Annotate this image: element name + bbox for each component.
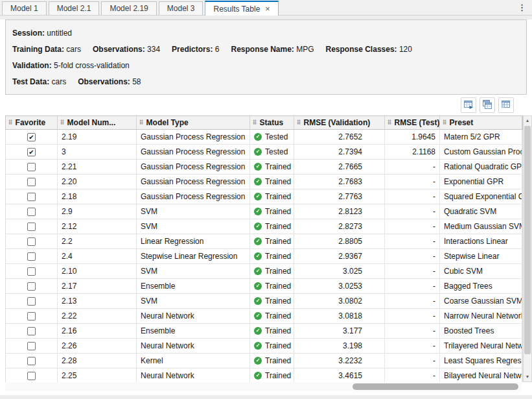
vertical-scrollbar[interactable]: ▲ ▼: [523, 115, 532, 382]
table-row[interactable]: ✔2.19Gaussian Process Regression✓Tested2…: [6, 130, 522, 145]
favorite-checkbox[interactable]: [27, 312, 36, 320]
status-label: Trained: [265, 162, 291, 171]
status-check-icon: ✓: [254, 178, 262, 186]
column-grip-icon[interactable]: ⠿: [8, 119, 13, 126]
tab-model-2-19[interactable]: Model 2.19: [101, 1, 156, 15]
favorite-checkbox[interactable]: [27, 237, 36, 246]
favorite-checkbox[interactable]: [27, 357, 36, 365]
column-grip-icon[interactable]: ⠿: [139, 119, 144, 126]
session-field-observations: Observations: 58: [78, 77, 141, 86]
status-check-icon: ✓: [254, 252, 262, 260]
table-row[interactable]: 2.13SVM✓Trained3.0802-Coarse Gaussian SV…: [6, 294, 522, 309]
model-type-text: Ensemble: [141, 326, 175, 335]
column-header-favorite[interactable]: ⠿Favorite: [6, 116, 58, 129]
column-grip-icon[interactable]: ⠿: [297, 119, 301, 126]
rmse-validation-value: 2.8273: [338, 222, 362, 231]
cell-preset: Coarse Gaussian SVM: [440, 294, 522, 308]
status-check-icon: ✓: [254, 223, 262, 230]
column-grip-icon[interactable]: ⠿: [60, 119, 65, 126]
column-header-rmse-test[interactable]: ⠿RMSE (Test): [385, 116, 440, 129]
export-table-button[interactable]: [461, 97, 476, 113]
cell-model-type: Linear Regression: [137, 234, 250, 248]
favorite-checkbox[interactable]: [27, 223, 36, 231]
favorite-checkbox[interactable]: [27, 178, 36, 186]
scroll-down-icon[interactable]: ▼: [524, 372, 531, 381]
horizontal-scrollbar-thumb[interactable]: [353, 383, 518, 390]
table-row[interactable]: 2.26Neural Network✓Trained3.198-Trilayer…: [6, 339, 522, 354]
cell-status: ✓Trained: [250, 354, 294, 368]
status-label: Trained: [265, 356, 291, 365]
rmse-test-value: -: [433, 252, 435, 261]
tab-model-3[interactable]: Model 3: [159, 1, 203, 15]
status-label: Trained: [265, 252, 291, 261]
tab-results-table[interactable]: Results Table×: [205, 1, 278, 16]
cell-model-number: 2.28: [58, 354, 137, 368]
session-line: Test Data: carsObservations: 58: [12, 74, 520, 90]
favorite-checkbox[interactable]: [27, 267, 36, 276]
favorite-checkbox[interactable]: ✔: [27, 148, 36, 156]
favorite-checkbox[interactable]: [27, 163, 36, 171]
table-row[interactable]: 2.28Kernel✓Trained3.2232-Least Squares R…: [6, 354, 522, 369]
table-row[interactable]: 2.20Gaussian Process Regression✓Trained2…: [6, 175, 522, 189]
preset-text: Narrow Neural Network: [444, 311, 522, 320]
column-grip-icon[interactable]: ⠿: [387, 119, 392, 126]
table-row[interactable]: 2.22Neural Network✓Trained3.0818-Narrow …: [6, 309, 522, 324]
table-row[interactable]: 2.10SVM✓Trained3.025-Cubic SVM: [6, 264, 522, 279]
cell-rmse-test: -: [385, 309, 440, 323]
favorite-checkbox[interactable]: [27, 327, 36, 335]
favorite-checkbox[interactable]: [27, 297, 36, 306]
column-header-model-type[interactable]: ⠿Model Type: [137, 116, 250, 129]
rmse-test-value: -: [433, 267, 435, 276]
horizontal-scrollbar[interactable]: [5, 382, 522, 391]
session-field-validation: Validation: 5-fold cross-validation: [12, 61, 130, 70]
column-header-preset[interactable]: ⠿Preset: [440, 116, 522, 129]
model-type-text: Ensemble: [141, 282, 175, 291]
open-table-button[interactable]: [498, 97, 514, 113]
favorite-checkbox[interactable]: [27, 372, 36, 380]
scroll-up-icon[interactable]: ▲: [524, 116, 531, 125]
status-check-icon: ✓: [254, 148, 262, 156]
favorite-checkbox[interactable]: [27, 282, 36, 291]
favorite-checkbox[interactable]: [27, 342, 36, 350]
table-row[interactable]: 2.9SVM✓Trained2.8123-Quadratic SVM: [6, 204, 522, 219]
column-grip-icon[interactable]: ⠿: [253, 119, 257, 126]
cell-rmse-test: -: [385, 160, 440, 174]
cell-model-number: 2.16: [58, 324, 137, 338]
column-grip-icon[interactable]: ⠿: [443, 119, 447, 126]
field-value: MPG: [294, 45, 314, 54]
table-row[interactable]: 2.2Linear Regression✓Trained2.8805-Inter…: [6, 234, 522, 249]
model-type-text: Neural Network: [141, 311, 194, 320]
column-header-rmse-validation[interactable]: ⠿RMSE (Validation): [294, 116, 385, 129]
table-row[interactable]: 2.16Ensemble✓Trained3.177-Boosted Trees: [6, 324, 522, 339]
table-row[interactable]: 2.17Ensemble✓Trained3.0253-Bagged Trees: [6, 279, 522, 294]
column-header-status[interactable]: ⠿Status: [250, 116, 294, 129]
table-row[interactable]: 2.21Gaussian Process Regression✓Trained2…: [6, 160, 522, 175]
status-label: Trained: [265, 207, 291, 216]
cell-favorite: [6, 249, 58, 263]
close-icon[interactable]: ×: [265, 5, 270, 13]
tab-model-1[interactable]: Model 1: [2, 1, 47, 15]
field-label: Session:: [12, 29, 45, 38]
table-row[interactable]: 2.4Stepwise Linear Regression✓Trained2.9…: [6, 249, 522, 264]
favorite-checkbox[interactable]: ✔: [27, 133, 36, 141]
column-header-model-number[interactable]: ⠿Model Num...: [58, 116, 137, 129]
status-check-icon: ✓: [254, 282, 262, 290]
table-row[interactable]: 2.12SVM✓Trained2.8273-Medium Gaussian SV…: [6, 219, 522, 234]
vertical-scrollbar-thumb[interactable]: [524, 126, 531, 354]
table-row[interactable]: ✔3Gaussian Process Regression✓Tested2.73…: [6, 145, 522, 160]
tab-model-2-1[interactable]: Model 2.1: [49, 1, 100, 15]
cell-favorite: [6, 160, 58, 174]
rmse-test-value: -: [433, 207, 435, 216]
overflow-menu-icon[interactable]: ⋮: [518, 3, 526, 12]
favorite-checkbox[interactable]: [27, 252, 36, 261]
field-label: Response Name:: [231, 45, 294, 54]
rmse-validation-value: 3.0802: [338, 296, 362, 306]
table-row[interactable]: 2.18Gaussian Process Regression✓Trained2…: [6, 189, 522, 204]
table-row[interactable]: 2.25Neural Network✓Trained3.4615-Bilayer…: [6, 369, 522, 382]
favorite-checkbox[interactable]: [27, 193, 36, 201]
favorite-checkbox[interactable]: [27, 208, 36, 216]
cell-model-type: Stepwise Linear Regression: [137, 249, 250, 263]
column-header-label: Favorite: [16, 118, 46, 127]
cell-preset: Bagged Trees: [440, 279, 522, 293]
copy-table-button[interactable]: [480, 97, 495, 113]
